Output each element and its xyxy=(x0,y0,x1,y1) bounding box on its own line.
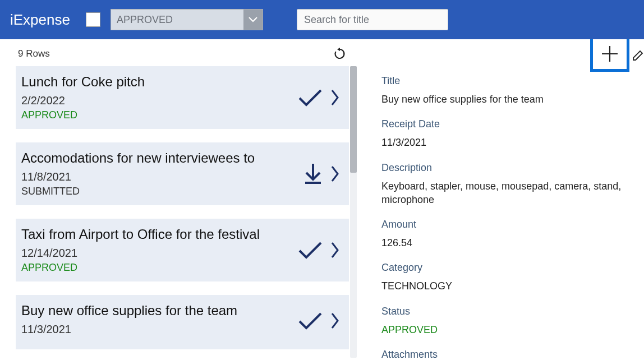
add-button[interactable] xyxy=(590,39,629,72)
item-date: 12/14/2021 xyxy=(21,247,297,260)
scrollbar-thumb[interactable] xyxy=(350,66,357,173)
app-header: iExpense APPROVED xyxy=(0,0,644,39)
filter-dropdown[interactable]: APPROVED xyxy=(111,9,263,30)
field-label: Status xyxy=(381,306,627,317)
list-item[interactable]: Accomodations for new interviewees to 11… xyxy=(16,142,349,205)
detail-field-receipt-date: Receipt Date 11/3/2021 xyxy=(381,118,627,149)
field-value: TECHNOLOGY xyxy=(381,279,627,293)
scrollbar[interactable] xyxy=(350,66,357,358)
filter-dropdown-value: APPROVED xyxy=(111,14,243,26)
chevron-right-icon[interactable] xyxy=(331,242,339,259)
app-title: iExpense xyxy=(10,11,70,29)
list-item[interactable]: Buy new office supplies for the team 11/… xyxy=(16,295,349,349)
item-title: Accomodations for new interviewees to xyxy=(21,150,303,166)
item-date: 2/2/2022 xyxy=(21,94,297,107)
expense-list: Lunch for Coke pitch 2/2/2022 APPROVED A… xyxy=(16,66,357,349)
edit-icon[interactable] xyxy=(632,49,644,62)
rows-count-label: 9 Rows xyxy=(18,48,50,59)
check-icon xyxy=(297,241,323,260)
field-label: Description xyxy=(381,162,627,174)
item-date: 11/8/2021 xyxy=(21,170,303,183)
detail-field-category: Category TECHNOLOGY xyxy=(381,262,627,293)
item-title: Taxi from Airport to Office for the fest… xyxy=(21,227,297,242)
chevron-right-icon[interactable] xyxy=(331,312,339,329)
field-value: Keyboard, stapler, mouse, mousepad, came… xyxy=(381,179,627,207)
field-label: Title xyxy=(381,75,627,87)
item-status: SUBMITTED xyxy=(21,186,303,197)
plus-icon xyxy=(600,44,619,63)
chevron-right-icon[interactable] xyxy=(331,165,339,182)
check-icon xyxy=(297,311,323,330)
detail-field-title: Title Buy new office supplies for the te… xyxy=(381,75,627,106)
field-label: Amount xyxy=(381,219,627,230)
chevron-right-icon[interactable] xyxy=(331,89,339,106)
item-title: Buy new office supplies for the team xyxy=(21,303,297,319)
expense-list-pane: 9 Rows Lunch for Coke pitch 2/2/2022 APP… xyxy=(0,39,357,360)
field-value: APPROVED xyxy=(381,323,627,336)
filter-checkbox[interactable] xyxy=(86,12,100,27)
field-value: 11/3/2021 xyxy=(381,136,627,149)
list-item[interactable]: Taxi from Airport to Office for the fest… xyxy=(16,219,349,281)
detail-field-description: Description Keyboard, stapler, mouse, mo… xyxy=(381,162,627,207)
refresh-icon[interactable] xyxy=(333,47,347,61)
field-value: Buy new office supplies for the team xyxy=(381,93,627,106)
item-title: Lunch for Coke pitch xyxy=(21,74,297,90)
item-date: 11/3/2021 xyxy=(21,323,297,336)
detail-field-amount: Amount 126.54 xyxy=(381,219,627,250)
item-status: APPROVED xyxy=(21,109,297,121)
detail-field-status: Status APPROVED xyxy=(381,306,627,336)
check-icon xyxy=(297,88,323,107)
list-item[interactable]: Lunch for Coke pitch 2/2/2022 APPROVED xyxy=(16,66,349,129)
detail-pane: Title Buy new office supplies for the te… xyxy=(357,39,644,360)
chevron-down-icon xyxy=(243,10,263,30)
field-label: Category xyxy=(381,262,627,274)
item-status: APPROVED xyxy=(21,262,297,274)
field-label: Receipt Date xyxy=(381,118,627,130)
field-value: 126.54 xyxy=(381,236,627,250)
detail-field-attachments: Attachments xyxy=(381,349,627,360)
field-label: Attachments xyxy=(381,349,627,360)
download-icon xyxy=(303,163,323,185)
search-input[interactable] xyxy=(297,9,448,30)
